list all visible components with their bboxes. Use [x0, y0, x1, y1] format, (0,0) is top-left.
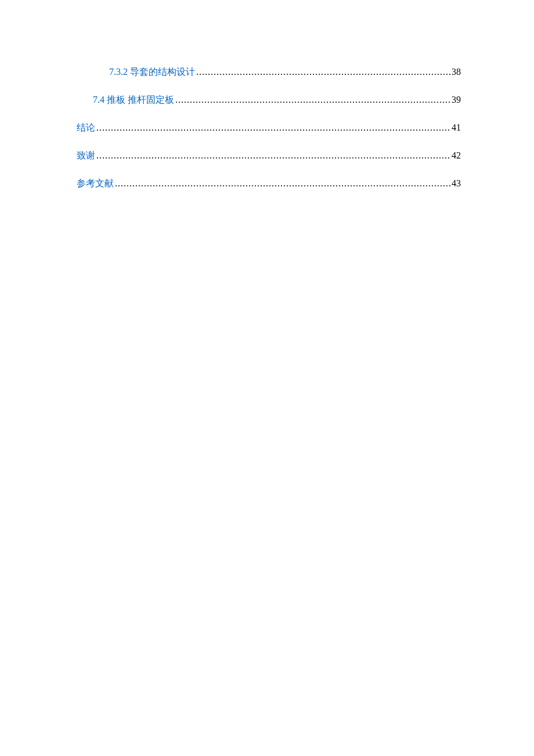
toc-leader-dots: ........................................… [96, 121, 450, 135]
table-of-contents: 7.3.2 导套的结构设计 ..........................… [77, 65, 461, 190]
toc-entry-page: 43 [452, 177, 461, 190]
toc-entry[interactable]: 结论 .....................................… [77, 121, 461, 135]
toc-leader-dots: ........................................… [96, 149, 450, 163]
toc-entry-label: 7.3.2 导套的结构设计 [109, 65, 195, 79]
toc-entry[interactable]: 致谢 .....................................… [77, 149, 461, 163]
toc-entry-page: 42 [452, 149, 461, 163]
toc-entry[interactable]: 7.4 推板 推杆固定板 ...........................… [77, 93, 461, 107]
toc-entry[interactable]: 参考文献 ...................................… [77, 177, 461, 190]
toc-entry-page: 39 [452, 93, 461, 107]
toc-entry-label: 7.4 推板 推杆固定板 [93, 93, 174, 107]
toc-leader-dots: ........................................… [175, 93, 450, 107]
toc-entry-page: 38 [452, 65, 461, 79]
toc-entry-page: 41 [452, 121, 461, 135]
toc-leader-dots: ........................................… [115, 177, 450, 190]
toc-entry-label: 结论 [77, 121, 95, 135]
toc-leader-dots: ........................................… [196, 65, 450, 79]
toc-entry-label: 致谢 [77, 149, 95, 163]
toc-entry-label: 参考文献 [77, 177, 114, 190]
toc-entry[interactable]: 7.3.2 导套的结构设计 ..........................… [77, 65, 461, 79]
